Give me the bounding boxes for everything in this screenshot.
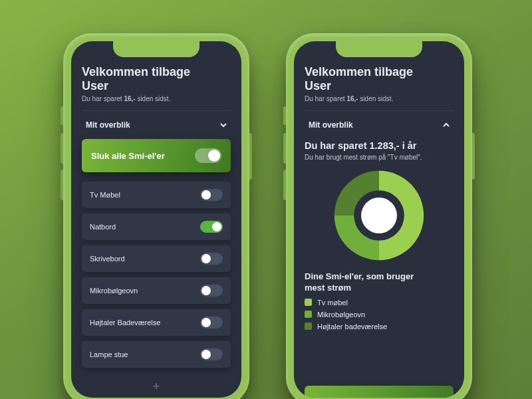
welcome-subtitle: Du har sparet 16,- siden sidst.	[82, 95, 231, 102]
notch	[113, 41, 200, 57]
master-toggle-card[interactable]: Sluk alle Smi-el'er	[82, 139, 231, 172]
device-label: Skrivebord	[90, 255, 125, 263]
volume-up-button	[283, 133, 286, 164]
screen: Velkommen tilbage User Du har sparet 16,…	[294, 41, 464, 398]
page-title: Velkommen tilbage User	[305, 65, 454, 92]
master-toggle[interactable]	[195, 148, 221, 163]
legend-item: Højtaler badeværelse	[305, 323, 454, 331]
chevron-up-icon	[443, 122, 450, 128]
overview-dropdown-label: Mit overblik	[309, 120, 353, 130]
welcome-line-1: Velkommen tilbage	[305, 65, 413, 78]
welcome-line-2: User	[305, 79, 331, 92]
device-toggle[interactable]	[200, 348, 223, 360]
add-device-icon[interactable]: +	[153, 380, 160, 394]
legend-item: Mikrobølgeovn	[305, 311, 454, 319]
device-toggle[interactable]	[200, 189, 223, 201]
power-button	[472, 133, 475, 180]
phone-mockup-right: Velkommen tilbage User Du har sparet 16,…	[286, 33, 472, 399]
welcome-subtitle: Du har sparet 16,- siden sidst.	[305, 95, 454, 102]
device-row[interactable]: Natbord	[82, 213, 231, 240]
stats-subtitle: Du har brugt mest strøm på "Tv møbel".	[305, 154, 454, 161]
device-toggle[interactable]	[200, 317, 223, 329]
overview-dropdown[interactable]: Mit overblik	[82, 111, 231, 139]
device-row[interactable]: Tv Møbel	[82, 182, 231, 208]
volume-down-button	[61, 170, 63, 200]
device-label: Højtaler Badeværelse	[90, 319, 160, 327]
usage-donut-chart	[332, 169, 426, 262]
device-toggle[interactable]	[200, 221, 223, 233]
legend-item: Tv møbel	[305, 299, 454, 307]
stats-title: Du har sparet 1.283,- i år	[305, 140, 454, 151]
volume-down-button	[283, 170, 286, 200]
notch	[336, 41, 422, 57]
device-row[interactable]: Højtaler Badeværelse	[82, 309, 231, 336]
device-row[interactable]: Mikrobølgeovn	[82, 277, 231, 304]
page-title: Velkommen tilbage User	[82, 65, 231, 92]
legend-swatch	[305, 311, 312, 318]
volume-up-button	[61, 133, 63, 164]
legend-swatch	[305, 299, 312, 306]
device-label: Lampe stue	[90, 350, 128, 358]
device-toggle[interactable]	[200, 253, 223, 265]
device-label: Natbord	[90, 223, 116, 231]
master-toggle-card-peek[interactable]: Sluk alle Smi-el'er	[305, 386, 454, 398]
legend-label: Tv møbel	[317, 299, 348, 307]
legend-swatch	[305, 323, 312, 330]
welcome-line-2: User	[82, 79, 108, 92]
chevron-down-icon	[220, 122, 227, 128]
legend-label: Mikrobølgeovn	[317, 311, 365, 319]
legend-title: Dine Smi-el'er, som bruger mest strøm	[305, 271, 454, 293]
mute-switch	[283, 106, 286, 125]
power-button	[249, 133, 252, 180]
phone-mockup-left: Velkommen tilbage User Du har sparet 16,…	[63, 33, 249, 399]
legend-label: Højtaler badeværelse	[317, 323, 387, 331]
screen: Velkommen tilbage User Du har sparet 16,…	[71, 41, 241, 398]
master-toggle-label: Sluk alle Smi-el'er	[91, 151, 165, 161]
device-row[interactable]: Lampe stue	[82, 341, 231, 368]
welcome-line-1: Velkommen tilbage	[82, 65, 190, 78]
overview-dropdown[interactable]: Mit overblik	[305, 111, 454, 139]
device-label: Tv Møbel	[90, 191, 120, 199]
device-label: Mikrobølgeovn	[90, 287, 138, 295]
mute-switch	[61, 106, 63, 125]
overview-dropdown-label: Mit overblik	[86, 120, 130, 130]
device-toggle[interactable]	[200, 285, 223, 297]
device-row[interactable]: Skrivebord	[82, 245, 231, 272]
master-toggle-peek-label: Sluk alle Smi-el'er	[314, 396, 388, 398]
donut-center	[361, 198, 397, 233]
